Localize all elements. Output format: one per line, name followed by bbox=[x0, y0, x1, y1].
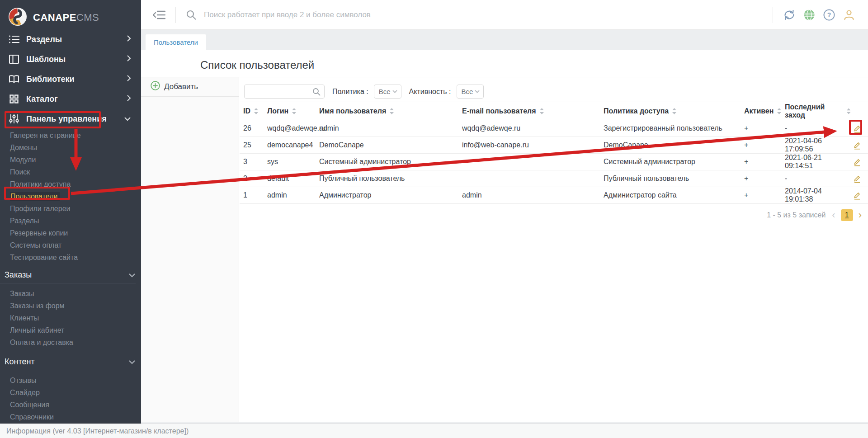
logo-icon bbox=[8, 7, 27, 28]
column-header-last-login[interactable]: Последний заход bbox=[785, 103, 850, 119]
submenu-item-payment-systems[interactable]: Системы оплат bbox=[0, 239, 141, 251]
edit-user-icon[interactable] bbox=[853, 141, 862, 150]
submenu-item-reviews[interactable]: Отзывы bbox=[0, 374, 141, 386]
sidebar-item-control-panel[interactable]: Панель управления bbox=[0, 109, 141, 129]
edit-user-icon[interactable] bbox=[853, 174, 862, 183]
submenu-item-messages[interactable]: Сообщения bbox=[0, 399, 141, 411]
section-label: Заказы bbox=[5, 270, 32, 280]
chevron-down-icon bbox=[128, 357, 136, 367]
users-table-area: Политика : Все Активность : Все ID Логин… bbox=[240, 77, 868, 422]
chevron-down-icon bbox=[475, 90, 480, 93]
sidebar-item-label: Библиотеки bbox=[26, 75, 75, 84]
submenu-item-access-policies[interactable]: Политики доступа bbox=[0, 178, 141, 190]
activity-filter-select[interactable]: Все bbox=[457, 85, 484, 99]
submenu-item-modules[interactable]: Модули bbox=[0, 154, 141, 166]
tab-label: Пользователи bbox=[154, 38, 198, 46]
pagination-summary: 1 - 5 из 5 записей bbox=[767, 211, 826, 219]
pagination-next-button[interactable]: › bbox=[859, 209, 862, 221]
submenu-item-orders[interactable]: Заказы bbox=[0, 287, 141, 300]
sidebar-item-label: Шаблоны bbox=[26, 55, 66, 64]
list-icon bbox=[8, 35, 20, 44]
submenu-item-gallery-profiles[interactable]: Профили галереи bbox=[0, 203, 141, 215]
sidebar-section-content[interactable]: Контент bbox=[0, 354, 136, 370]
sidebar-item-libraries[interactable]: Библиотеки bbox=[0, 69, 141, 89]
sidebar: CANAPECMS Разделы Шаблоны Библи bbox=[0, 0, 141, 424]
submenu-item-slider[interactable]: Слайдер bbox=[0, 386, 141, 399]
submenu-item-form-orders[interactable]: Заказы из форм bbox=[0, 300, 141, 312]
table-row[interactable]: 1adminАдминистраторadminАдминистратор са… bbox=[240, 187, 868, 204]
sidebar-item-sections[interactable]: Разделы bbox=[0, 29, 141, 49]
sort-icon[interactable] bbox=[390, 108, 394, 114]
logo-text: CANAPECMS bbox=[33, 12, 99, 24]
divider bbox=[175, 7, 176, 23]
submenu-item-page-gallery[interactable]: Галерея на странице bbox=[0, 129, 141, 141]
pagination-prev-button[interactable]: ‹ bbox=[832, 209, 835, 221]
policy-filter-select[interactable]: Все bbox=[374, 85, 401, 99]
grid-icon bbox=[8, 94, 20, 104]
table-row[interactable]: 3sysСистемный администраторСистемный адм… bbox=[240, 154, 868, 170]
submenu-item-domains[interactable]: Домены bbox=[0, 141, 141, 154]
user-icon[interactable] bbox=[839, 9, 859, 21]
global-search-input[interactable] bbox=[204, 10, 773, 19]
submenu-item-site-testing[interactable]: Тестирование сайта bbox=[0, 251, 141, 264]
book-icon bbox=[8, 75, 20, 84]
app-logo[interactable]: CANAPECMS bbox=[0, 0, 141, 29]
table-body: 26wqdq@adewqe.ruadminwqdq@adewqe.ruЗарег… bbox=[240, 120, 868, 204]
sort-icon[interactable] bbox=[540, 108, 544, 114]
sidebar-section-orders[interactable]: Заказы bbox=[0, 267, 136, 283]
submenu-item-backups[interactable]: Резервные копии bbox=[0, 227, 141, 239]
page-title: Список пользователей bbox=[200, 59, 314, 71]
edit-user-icon[interactable] bbox=[853, 157, 862, 166]
edit-user-icon[interactable] bbox=[853, 191, 862, 200]
activity-filter-label: Активность : bbox=[409, 88, 451, 96]
svg-text:?: ? bbox=[827, 11, 831, 19]
table-row[interactable]: 2defaultПубличный пользовательПубличный … bbox=[240, 170, 868, 187]
sort-icon[interactable] bbox=[672, 108, 676, 114]
tab-users[interactable]: Пользователи bbox=[146, 34, 206, 50]
chevron-right-icon bbox=[127, 55, 131, 64]
sort-icon[interactable] bbox=[254, 108, 258, 114]
pagination: 1 - 5 из 5 записей ‹ 1 › bbox=[767, 209, 862, 221]
control-panel-submenu: Галерея на странице Домены Модули Поиск … bbox=[0, 129, 141, 264]
submenu-item-clients[interactable]: Клиенты bbox=[0, 312, 141, 324]
submenu-item-directories[interactable]: Справочники bbox=[0, 411, 141, 423]
column-header-login[interactable]: Логин bbox=[267, 107, 319, 115]
actions-panel: Добавить bbox=[141, 77, 239, 422]
column-header-active[interactable]: Активен bbox=[744, 107, 785, 115]
help-icon[interactable]: ? bbox=[819, 9, 839, 21]
globe-icon[interactable] bbox=[799, 9, 819, 21]
submenu-item-sections[interactable]: Разделы bbox=[0, 215, 141, 227]
column-header-name[interactable]: Имя пользователя bbox=[319, 107, 462, 115]
submenu-item-personal-account[interactable]: Личный кабинет bbox=[0, 324, 141, 336]
table-row[interactable]: 26wqdq@adewqe.ruadminwqdq@adewqe.ruЗарег… bbox=[240, 120, 868, 137]
sidebar-item-label: Разделы bbox=[26, 35, 62, 44]
column-header-id[interactable]: ID bbox=[243, 107, 267, 115]
layout-icon bbox=[8, 55, 20, 64]
add-user-button[interactable]: Добавить bbox=[141, 77, 239, 97]
refresh-icon[interactable] bbox=[779, 9, 799, 21]
sort-icon[interactable] bbox=[777, 108, 781, 114]
table-header: ID Логин Имя пользователя E-mail пользов… bbox=[240, 102, 868, 120]
chevron-down-icon bbox=[128, 270, 136, 280]
sort-icon[interactable] bbox=[292, 108, 296, 114]
column-header-policy[interactable]: Политика доступа bbox=[604, 107, 744, 115]
submenu-item-payment-delivery[interactable]: Оплата и доставка bbox=[0, 336, 141, 349]
chevron-right-icon bbox=[127, 75, 131, 84]
policy-filter-value: Все bbox=[379, 88, 391, 95]
sidebar-item-catalog[interactable]: Каталог bbox=[0, 89, 141, 109]
search-icon[interactable] bbox=[312, 88, 321, 98]
orders-submenu: Заказы Заказы из форм Клиенты Личный каб… bbox=[0, 287, 141, 349]
submenu-item-users-active[interactable]: Пользователи bbox=[0, 190, 141, 203]
search-icon[interactable] bbox=[186, 9, 197, 20]
column-header-email[interactable]: E-mail пользователя bbox=[462, 107, 604, 115]
sidebar-item-templates[interactable]: Шаблоны bbox=[0, 49, 141, 69]
submenu-item-search[interactable]: Поиск bbox=[0, 166, 141, 178]
sidebar-toggle-icon[interactable] bbox=[153, 9, 165, 21]
pagination-page-1[interactable]: 1 bbox=[841, 209, 853, 221]
table-row[interactable]: 25democanape4DemoCanapeinfo@web-canape.r… bbox=[240, 137, 868, 154]
chevron-right-icon bbox=[127, 35, 131, 44]
table-search-input[interactable] bbox=[245, 85, 311, 98]
edit-user-icon[interactable] bbox=[853, 124, 862, 133]
chevron-down-icon bbox=[392, 90, 397, 93]
sort-icon[interactable] bbox=[847, 108, 850, 114]
